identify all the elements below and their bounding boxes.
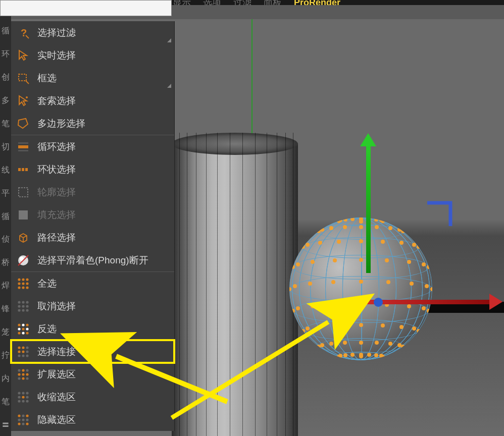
menu-item-path-cube[interactable]: 路径选择 (11, 226, 174, 249)
left-strip-item[interactable]: 切 (0, 136, 11, 158)
left-strip-item[interactable]: 循 (0, 205, 11, 228)
vertex-point[interactable] (318, 241, 322, 245)
vertex-point[interactable] (343, 353, 347, 357)
vertex-point[interactable] (397, 228, 401, 232)
vertex-point[interactable] (417, 245, 421, 249)
vertex-point[interactable] (337, 355, 341, 359)
vertex-point[interactable] (388, 342, 392, 346)
vertex-point[interactable] (359, 239, 363, 243)
vertex-point[interactable] (293, 284, 297, 288)
topbar-brand[interactable]: ProRender (294, 0, 340, 5)
vertex-point[interactable] (359, 220, 363, 224)
vertex-point[interactable] (410, 282, 414, 286)
vertex-point[interactable] (337, 219, 341, 223)
vertex-point[interactable] (329, 226, 333, 230)
menu-item-dots-full[interactable]: 全选 (11, 272, 174, 295)
vertex-point[interactable] (388, 226, 392, 230)
menu-item-filter-q[interactable]: ?选择过滤 (11, 21, 174, 44)
topbar-item[interactable]: 显示 (173, 0, 191, 5)
vertex-point[interactable] (359, 258, 363, 262)
vertex-point[interactable] (329, 342, 333, 346)
vertex-point[interactable] (375, 341, 379, 345)
menu-item-dots-invert[interactable]: 反选 (11, 317, 174, 340)
menu-item-dots-grow[interactable]: 扩展选区 (11, 363, 174, 386)
vertex-point[interactable] (381, 323, 385, 328)
vertex-point[interactable] (367, 353, 371, 357)
vertex-point[interactable] (359, 225, 363, 229)
vertex-point[interactable] (407, 304, 411, 308)
vertex-point[interactable] (379, 218, 383, 222)
vertex-point[interactable] (397, 343, 401, 347)
vertex-point[interactable] (386, 280, 390, 284)
vertex-point[interactable] (374, 353, 378, 357)
vertex-point[interactable] (359, 302, 363, 306)
vertex-point[interactable] (425, 284, 429, 288)
left-strip-item[interactable]: 笼 (0, 321, 11, 344)
menu-item-lasso-cursor[interactable]: 套索选择 (11, 89, 174, 112)
vertex-point[interactable] (407, 260, 411, 264)
gizmo-x-axis[interactable] (365, 300, 491, 304)
vertex-point[interactable] (422, 306, 426, 310)
topbar-item[interactable]: 选项 (203, 0, 221, 5)
vertex-point[interactable] (359, 354, 363, 358)
left-strip-item[interactable]: 锋 (0, 298, 11, 320)
menu-item-arrow-cursor[interactable]: 实时选择 (11, 44, 174, 67)
vertex-point[interactable] (379, 354, 383, 358)
left-strip-item[interactable]: 桥 (0, 252, 11, 274)
vertex-point[interactable] (337, 240, 341, 244)
vertex-point[interactable] (301, 245, 305, 249)
menu-item-poly-lasso[interactable]: 多边形选择 (11, 112, 174, 135)
menu-item-rect-marquee[interactable]: 框选 (11, 67, 174, 89)
gizmo-y-axis[interactable] (366, 144, 371, 273)
vertex-point[interactable] (381, 240, 385, 244)
vertex-point[interactable] (343, 225, 347, 229)
left-strip-item[interactable]: 笔 (0, 391, 11, 413)
vertex-point[interactable] (308, 282, 312, 286)
menu-item-dots-connect[interactable]: 选择连接 (11, 340, 174, 363)
vertex-point[interactable] (317, 345, 321, 349)
left-strip-item[interactable]: 环 (0, 43, 11, 66)
vertex-point[interactable] (375, 225, 379, 229)
vertex-point[interactable] (412, 243, 416, 247)
vertex-point[interactable] (374, 217, 378, 222)
left-strip-item[interactable]: 内 (0, 367, 11, 390)
left-strip-item[interactable]: 焊 (0, 275, 11, 297)
vertex-point[interactable] (343, 217, 347, 222)
vertex-point[interactable] (301, 329, 305, 333)
vertex-point[interactable] (306, 243, 310, 247)
vertex-point[interactable] (427, 265, 431, 269)
left-strip-item[interactable]: 多 (0, 90, 11, 112)
vertex-point[interactable] (399, 241, 404, 245)
topbar-item[interactable]: 过滤 (233, 0, 251, 5)
search-input[interactable] (0, 0, 172, 16)
vertex-point[interactable] (296, 262, 300, 266)
left-strip-item[interactable]: 侦 (0, 229, 11, 251)
menu-item-phong-ball[interactable]: 选择平滑着色(Phong)断开 (11, 249, 174, 271)
vertex-point[interactable] (317, 229, 321, 233)
left-strip-item[interactable]: 平 (0, 182, 11, 204)
left-strip-item[interactable]: 笔 (0, 113, 11, 135)
vertex-point[interactable] (430, 287, 432, 291)
vertex-point[interactable] (399, 325, 404, 329)
vertex-point[interactable] (350, 353, 355, 357)
view-rotate-widget[interactable] (424, 200, 453, 229)
vertex-point[interactable] (412, 326, 416, 331)
vertex-point[interactable] (359, 341, 363, 345)
vertex-point[interactable] (337, 323, 341, 328)
left-strip-item[interactable]: 〓 (0, 414, 11, 436)
left-strip-item[interactable]: 拧 (0, 344, 11, 366)
vertex-point[interactable] (318, 325, 322, 329)
vertex-point[interactable] (333, 303, 337, 307)
vertex-point[interactable] (311, 304, 315, 308)
menu-item-ring[interactable]: 环状选择 (11, 158, 174, 181)
vertex-point[interactable] (331, 280, 335, 284)
left-strip-item[interactable]: 创 (0, 67, 11, 89)
vertex-point[interactable] (306, 326, 310, 331)
left-strip-item[interactable]: 线 (0, 159, 11, 181)
object-sphere[interactable] (289, 217, 432, 360)
gizmo-z-axis[interactable] (374, 298, 383, 307)
vertex-point[interactable] (417, 329, 421, 333)
vertex-point[interactable] (296, 306, 300, 310)
left-strip-item[interactable]: 循 (0, 20, 11, 42)
topbar-item[interactable]: 面板 (264, 0, 282, 5)
